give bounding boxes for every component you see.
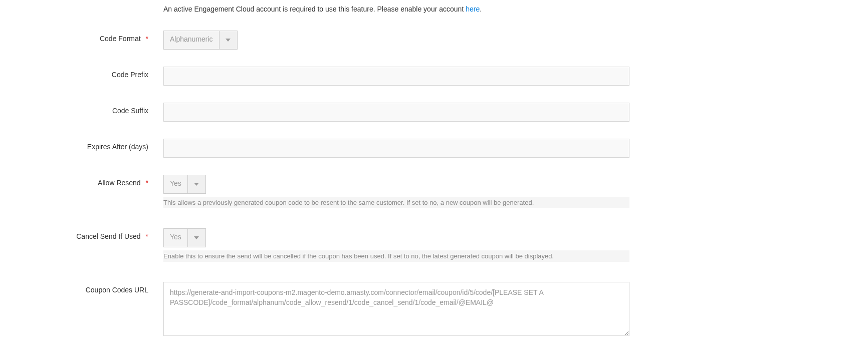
notice-text-suffix: . [480,5,482,13]
cancel-send-select[interactable]: Yes [163,228,206,247]
cancel-send-help: Enable this to ensure the send will be c… [163,250,629,262]
code-prefix-label: Code Prefix [0,67,163,79]
chevron-down-icon [187,229,205,247]
allow-resend-label: Allow Resend * [0,175,163,187]
required-asterisk: * [146,232,148,240]
cancel-send-label: Cancel Send If Used * [0,228,163,240]
code-format-label: Code Format * [0,31,163,43]
coupon-url-label: Coupon Codes URL [0,282,163,294]
code-suffix-input[interactable] [163,103,629,122]
account-notice: An active Engagement Cloud account is re… [163,5,868,13]
expires-after-input[interactable] [163,139,629,158]
notice-text-prefix: An active Engagement Cloud account is re… [163,5,466,13]
allow-resend-value: Yes [164,175,187,193]
code-format-value: Alphanumeric [164,31,219,49]
required-asterisk: * [146,179,148,187]
coupon-url-textarea[interactable] [163,282,629,336]
expires-after-label: Expires After (days) [0,139,163,151]
code-format-select[interactable]: Alphanumeric [163,31,238,50]
chevron-down-icon [219,31,237,49]
enable-account-link[interactable]: here [466,5,480,13]
code-suffix-label: Code Suffix [0,103,163,115]
chevron-down-icon [187,175,205,193]
code-prefix-input[interactable] [163,67,629,86]
cancel-send-value: Yes [164,229,187,247]
allow-resend-select[interactable]: Yes [163,175,206,194]
required-asterisk: * [146,35,148,43]
allow-resend-help: This allows a previously generated coupo… [163,197,629,208]
